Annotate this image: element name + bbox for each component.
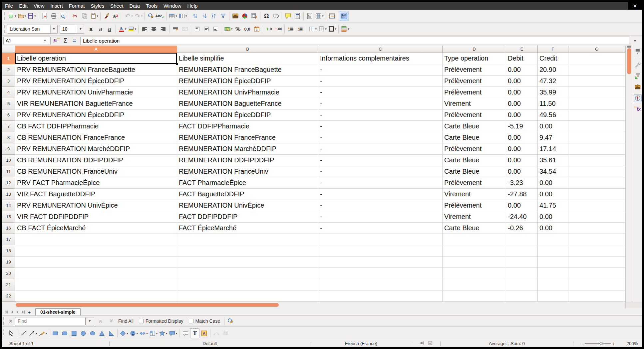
cell-C7[interactable]: - xyxy=(318,121,443,132)
clone-formatting-button[interactable] xyxy=(102,11,111,21)
add-decimal-button[interactable]: +.0 xyxy=(264,24,274,34)
cell-F21[interactable] xyxy=(538,279,568,290)
cell-C14[interactable]: - xyxy=(318,200,443,211)
font-color-button[interactable]: a▾ xyxy=(117,24,127,34)
cell-F13[interactable]: 0.00 xyxy=(538,189,568,200)
bold-button[interactable]: a xyxy=(86,24,96,34)
cell-A3[interactable]: PRV REMUNERATION ÉpiceDDFIP xyxy=(15,76,177,87)
zoom-in-button[interactable]: + xyxy=(612,341,615,346)
menu-sheet[interactable]: Sheet xyxy=(107,2,126,10)
cell-A8[interactable]: CB REMUNERATION FranceFrance xyxy=(15,132,177,143)
cell-C5[interactable]: - xyxy=(318,98,443,109)
cell-C21[interactable] xyxy=(318,279,443,290)
cell-B22[interactable] xyxy=(177,290,318,302)
cell-F15[interactable]: 0.00 xyxy=(538,211,568,223)
cell-D21[interactable] xyxy=(443,279,506,290)
underline-button[interactable]: a xyxy=(105,24,114,34)
cell-D2[interactable]: Prélèvement xyxy=(443,64,506,76)
cell-F2[interactable]: 20.90 xyxy=(538,64,568,76)
pivot-table-button[interactable] xyxy=(249,11,259,21)
formula-button[interactable]: = xyxy=(70,36,79,45)
cell-A7[interactable]: CB FACT DDFIPPharmacie xyxy=(15,121,177,132)
cell-F18[interactable] xyxy=(538,245,568,257)
cell-D9[interactable]: Prélèvement xyxy=(443,143,506,155)
cell-D15[interactable]: Virement xyxy=(443,211,506,223)
paste-button[interactable]: ▾ xyxy=(89,11,99,21)
cell-G12[interactable] xyxy=(568,177,625,189)
cell-D7[interactable]: Carte Bleue xyxy=(443,121,506,132)
italic-button[interactable]: a xyxy=(96,24,105,34)
sort-ascending-button[interactable] xyxy=(200,11,209,21)
row-header-9[interactable]: 9 xyxy=(2,143,15,155)
borders-button[interactable]: ▾ xyxy=(308,24,318,34)
wrap-text-button[interactable] xyxy=(171,24,180,34)
cell-C1[interactable]: Informations complementaires xyxy=(318,53,443,64)
cell-C13[interactable]: - xyxy=(318,189,443,200)
cell-B10[interactable]: REMUNERATION DDFIPDDFIP xyxy=(177,155,318,166)
horizontal-scrollbar[interactable] xyxy=(2,302,625,308)
cell-C17[interactable] xyxy=(318,234,443,245)
cell-A18[interactable] xyxy=(15,245,177,257)
print-preview-button[interactable] xyxy=(58,11,68,21)
cell-F16[interactable]: 0.00 xyxy=(538,223,568,234)
special-character-button[interactable]: Ω xyxy=(262,11,271,21)
cell-B16[interactable]: FACT ÉpiceMarché xyxy=(177,223,318,234)
cell-A1[interactable]: Libelle operation xyxy=(15,53,177,64)
cell-G14[interactable] xyxy=(568,200,625,211)
cell-C18[interactable] xyxy=(318,245,443,257)
row-header-16[interactable]: 16 xyxy=(2,223,15,234)
find-next-button[interactable] xyxy=(107,317,116,325)
border-color-button[interactable]: ▾ xyxy=(327,24,337,34)
rounded-rectangle-button[interactable] xyxy=(60,328,69,338)
cell-A14[interactable]: PRV REMUNERATION UnivÉpice xyxy=(15,200,177,211)
cell-D16[interactable]: Carte Bleue xyxy=(443,223,506,234)
sheet-tab[interactable]: 01-sheet-simple xyxy=(35,308,81,315)
column-header-G[interactable]: G xyxy=(568,46,625,53)
cell-F10[interactable]: 35.61 xyxy=(538,155,568,166)
cell-F3[interactable]: 47.32 xyxy=(538,76,568,87)
cell-E22[interactable] xyxy=(506,290,538,302)
cell-F9[interactable]: 17.14 xyxy=(538,143,568,155)
cell-F6[interactable]: 49.56 xyxy=(538,109,568,121)
export-pdf-button[interactable] xyxy=(40,11,49,21)
sort-button[interactable] xyxy=(190,11,200,21)
row-header-3[interactable]: 3 xyxy=(2,76,15,87)
cell-B8[interactable]: REMUNERATION FranceFrance xyxy=(177,132,318,143)
cell-D11[interactable]: Carte Bleue xyxy=(443,166,506,177)
insert-mode-icon[interactable] xyxy=(420,341,425,346)
spelling-button[interactable]: Abc✓ xyxy=(156,11,165,21)
cell-G1[interactable] xyxy=(568,53,625,64)
align-bottom-button[interactable] xyxy=(211,24,220,34)
cell-A12[interactable]: PRV FACT PharmacieÉpice xyxy=(15,177,177,189)
row-header-20[interactable]: 20 xyxy=(2,268,15,279)
row-header-18[interactable]: 18 xyxy=(2,245,15,257)
cell-D5[interactable]: Virement xyxy=(443,98,506,109)
circle-button[interactable] xyxy=(79,328,88,338)
cell-A2[interactable]: PRV REMUNERATION FranceBaguette xyxy=(15,64,177,76)
cell-G3[interactable] xyxy=(568,76,625,87)
language-status[interactable]: French (France) xyxy=(310,340,412,347)
fill-handle[interactable] xyxy=(176,63,178,65)
chevron-down-icon[interactable]: ▼ xyxy=(41,37,49,45)
cell-G10[interactable] xyxy=(568,155,625,166)
decrease-indent-button[interactable] xyxy=(295,24,305,34)
find-and-replace-button[interactable] xyxy=(226,316,235,326)
cell-C2[interactable]: - xyxy=(318,64,443,76)
find-history-dropdown[interactable]: ▼ xyxy=(86,317,94,325)
cell-F8[interactable]: 9.47 xyxy=(538,132,568,143)
cell-D14[interactable]: Prélèvement xyxy=(443,200,506,211)
zoom-out-button[interactable]: − xyxy=(580,341,583,346)
sidebar-tab-sidebar-settings[interactable] xyxy=(634,47,642,55)
cell-C3[interactable]: - xyxy=(318,76,443,87)
cell-G9[interactable] xyxy=(568,143,625,155)
rectangle-button[interactable] xyxy=(51,328,60,338)
cell-E16[interactable]: -0.26 xyxy=(506,223,538,234)
align-center-button[interactable] xyxy=(149,24,159,34)
cell-G4[interactable] xyxy=(568,87,625,98)
select-all-corner[interactable] xyxy=(2,46,15,53)
column-header-D[interactable]: D xyxy=(443,46,506,53)
menu-help[interactable]: Help xyxy=(184,2,200,10)
insert-chart-button[interactable] xyxy=(240,11,249,21)
cell-F22[interactable] xyxy=(538,290,568,302)
column-header-F[interactable]: F xyxy=(538,46,568,53)
